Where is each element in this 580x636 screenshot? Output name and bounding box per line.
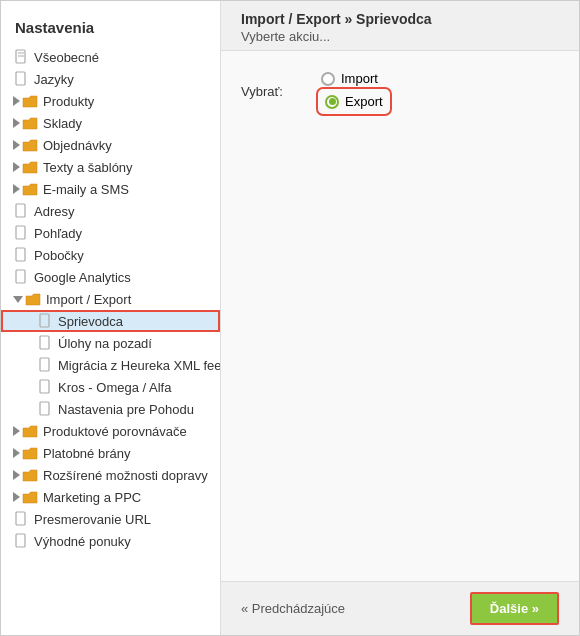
collapse-icon [13,426,20,436]
radio-export-label: Export [345,94,383,109]
sidebar-item-vseobecne[interactable]: Všeobecné [1,46,220,68]
panel-header: Import / Export » Sprievodca Vyberte akc… [221,1,579,51]
sidebar-item-label: Migrácia z Heureka XML feedu [58,358,221,373]
sidebar-item-label: Výhodné ponuky [34,534,131,549]
next-button[interactable]: Ďalšie » [470,592,559,625]
radio-group-action: Import Export [321,71,387,111]
panel-subtitle: Vyberte akciu... [241,29,559,44]
collapse-icon [13,162,20,172]
sidebar-item-emaily-sms[interactable]: E-maily a SMS [1,178,220,200]
panel-breadcrumb: Import / Export » Sprievodca [241,11,559,27]
sidebar: Nastavenia Všeobecné Jazyky [1,1,221,635]
svg-rect-11 [40,380,49,393]
svg-rect-4 [16,204,25,217]
radio-export-circle [325,95,339,109]
folder-icon [22,115,38,131]
sidebar-item-label: Platobné brány [43,446,130,461]
app-container: Nastavenia Všeobecné Jazyky [0,0,580,636]
svg-rect-10 [40,358,49,371]
folder-icon [22,181,38,197]
file-icon [13,269,29,285]
file-icon [13,533,29,549]
svg-rect-13 [16,512,25,525]
form-row-select: Vybrať: Import Export [241,71,559,111]
sidebar-item-produktove-porovnavace[interactable]: Produktové porovnávače [1,420,220,442]
sidebar-item-label: Úlohy na pozadí [58,336,152,351]
file-icon [13,71,29,87]
svg-rect-5 [16,226,25,239]
sidebar-item-label: Import / Export [46,292,131,307]
sidebar-item-migracia[interactable]: Migrácia z Heureka XML feedu [1,354,220,376]
folder-icon [22,445,38,461]
folder-icon [25,291,41,307]
sidebar-item-jazyky[interactable]: Jazyky [1,68,220,90]
form-label-vybrat: Vybrať: [241,84,321,99]
file-icon [13,203,29,219]
svg-rect-14 [16,534,25,547]
sidebar-item-sprievodca[interactable]: Sprievodca [1,310,220,332]
sidebar-item-presmerovanie-url[interactable]: Presmerovanie URL [1,508,220,530]
folder-icon [22,93,38,109]
file-icon [37,379,53,395]
svg-rect-9 [40,336,49,349]
radio-import[interactable]: Import [321,71,387,86]
sidebar-item-ulohy-pozadi[interactable]: Úlohy na pozadí [1,332,220,354]
folder-icon [22,159,38,175]
radio-export[interactable]: Export [321,92,387,111]
radio-import-label: Import [341,71,378,86]
file-icon [37,357,53,373]
collapse-icon [13,492,20,502]
sidebar-item-label: Kros - Omega / Alfa [58,380,171,395]
sidebar-item-import-export[interactable]: Import / Export [1,288,220,310]
main-content: Nastavenia Všeobecné Jazyky [1,1,579,635]
file-icon [13,49,29,65]
sidebar-item-platobne-brany[interactable]: Platobné brány [1,442,220,464]
sidebar-item-label: Pobočky [34,248,84,263]
sidebar-title: Nastavenia [1,11,220,46]
folder-icon [22,489,38,505]
panel-footer: « Predchádzajúce Ďalšie » [221,581,579,635]
sidebar-item-kros-omega[interactable]: Kros - Omega / Alfa [1,376,220,398]
folder-icon [22,423,38,439]
file-icon [13,225,29,241]
sidebar-item-texty-sablony[interactable]: Texty a šablóny [1,156,220,178]
sidebar-item-sklady[interactable]: Sklady [1,112,220,134]
sidebar-item-google-analytics[interactable]: Google Analytics [1,266,220,288]
sidebar-item-label: Google Analytics [34,270,131,285]
sidebar-item-vyhodne-ponuky[interactable]: Výhodné ponuky [1,530,220,552]
sidebar-item-label: Jazyky [34,72,74,87]
sidebar-item-nastavenia-pohodu[interactable]: Nastavenia pre Pohodu [1,398,220,420]
sidebar-item-adresy[interactable]: Adresy [1,200,220,222]
sidebar-item-label: Sprievodca [58,314,123,329]
collapse-icon [13,448,20,458]
file-icon [37,401,53,417]
folder-icon [22,467,38,483]
file-icon [13,247,29,263]
collapse-icon [13,96,20,106]
sidebar-item-label: Pohľady [34,226,82,241]
sidebar-item-produkty[interactable]: Produkty [1,90,220,112]
sidebar-item-label: Nastavenia pre Pohodu [58,402,194,417]
sidebar-item-marketing-ppc[interactable]: Marketing a PPC [1,486,220,508]
sidebar-item-rozsirene-dopravy[interactable]: Rozšírené možnosti dopravy [1,464,220,486]
prev-button[interactable]: « Predchádzajúce [241,601,345,616]
sidebar-item-pohlady[interactable]: Pohľady [1,222,220,244]
sidebar-item-label: Objednávky [43,138,112,153]
sidebar-item-label: Všeobecné [34,50,99,65]
radio-import-circle [321,72,335,86]
file-icon [37,335,53,351]
expand-icon [13,296,23,303]
sidebar-item-label: Produktové porovnávače [43,424,187,439]
right-panel: Import / Export » Sprievodca Vyberte akc… [221,1,579,635]
sidebar-item-label: Produkty [43,94,94,109]
svg-rect-7 [16,270,25,283]
sidebar-item-objednavky[interactable]: Objednávky [1,134,220,156]
sidebar-item-label: Rozšírené možnosti dopravy [43,468,208,483]
collapse-icon [13,470,20,480]
folder-icon [22,137,38,153]
sidebar-item-label: Marketing a PPC [43,490,141,505]
collapse-icon [13,140,20,150]
sidebar-item-label: Adresy [34,204,74,219]
sidebar-item-label: Presmerovanie URL [34,512,151,527]
sidebar-item-pobocky[interactable]: Pobočky [1,244,220,266]
